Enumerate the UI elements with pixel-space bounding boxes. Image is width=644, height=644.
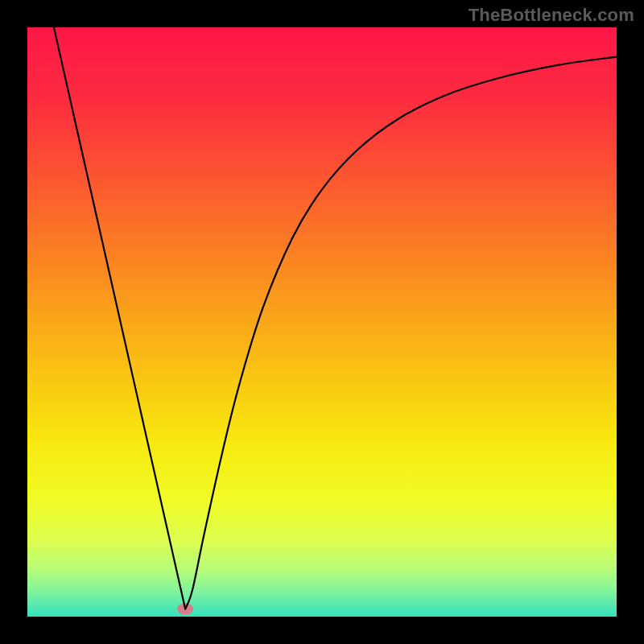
watermark-text: TheBottleneck.com xyxy=(469,5,634,26)
plot-area xyxy=(27,27,617,617)
chart-svg xyxy=(0,0,644,644)
bottleneck-chart: TheBottleneck.com xyxy=(0,0,644,644)
